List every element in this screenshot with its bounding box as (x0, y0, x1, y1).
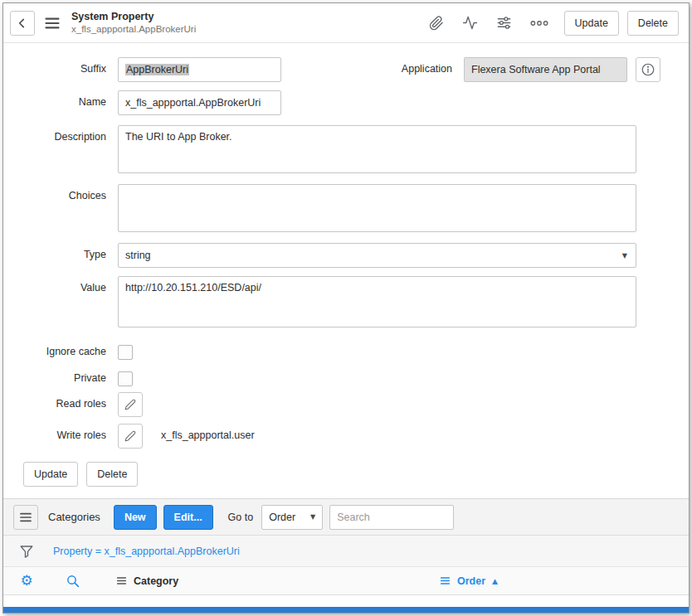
read-roles-edit-button[interactable] (118, 392, 143, 417)
list-body-empty (3, 595, 689, 607)
filter-button[interactable] (17, 541, 37, 561)
write-roles-row: Write roles x_fls_appportal.user (10, 424, 689, 449)
record-title-block: System Property x_fls_appportal.AppBroke… (71, 11, 196, 36)
search-icon (66, 574, 80, 589)
write-roles-edit-button[interactable] (118, 424, 143, 449)
related-list-header: Categories New Edit... Go to Order ▼ (3, 499, 689, 536)
funnel-icon (19, 544, 34, 559)
application-field: Flexera Software App Portal (464, 57, 627, 82)
column-label-order: Order (457, 575, 485, 587)
value-row: Value http://10.20.151.210/ESD/api/ (10, 276, 689, 327)
pencil-icon (124, 399, 136, 410)
form-delete-button[interactable]: Delete (86, 462, 138, 487)
description-label: Description (10, 125, 106, 173)
app-window: System Property x_fls_appportal.AppBroke… (2, 2, 690, 614)
application-value: Flexera Software App Portal (471, 64, 601, 75)
list-personalize-button[interactable]: ⚙ (3, 574, 50, 588)
form-button-bar: Update Delete (23, 462, 689, 487)
column-label-category: Category (134, 575, 178, 587)
write-roles-value: x_fls_appportal.user (161, 424, 255, 449)
column-menu-icon (116, 575, 127, 586)
type-row: Type string ▼ (10, 243, 689, 268)
gear-icon: ⚙ (20, 574, 32, 588)
filter-breadcrumb-link[interactable]: Property = x_fls_appportal.AppBrokerUri (53, 546, 240, 557)
choices-row: Choices (10, 184, 689, 232)
ignore-cache-label: Ignore cache (10, 340, 106, 360)
column-header-category[interactable]: Category (116, 575, 440, 587)
private-row: Private (10, 366, 689, 386)
suffix-selected-text: AppBrokerUri (125, 64, 189, 75)
dropdown-arrow-icon: ▼ (310, 513, 315, 521)
write-roles-label: Write roles (10, 424, 106, 449)
list-search-input[interactable] (329, 505, 454, 530)
application-info-button[interactable] (636, 57, 660, 82)
description-textarea[interactable]: The URI to App Broker. (118, 125, 636, 173)
attachment-button[interactable] (426, 13, 446, 33)
sliders-icon (496, 15, 512, 31)
value-label: Value (10, 276, 106, 327)
goto-select[interactable]: Order ▼ (261, 505, 323, 530)
name-label: Name (10, 90, 106, 115)
read-roles-label: Read roles (10, 392, 106, 417)
update-button[interactable]: Update (564, 11, 619, 36)
form-header: System Property x_fls_appportal.AppBroke… (3, 3, 689, 43)
ignore-cache-checkbox[interactable] (118, 345, 133, 360)
name-row: Name (10, 90, 689, 115)
name-input[interactable] (118, 90, 281, 115)
delete-button[interactable]: Delete (627, 11, 679, 36)
type-label: Type (10, 243, 106, 268)
info-icon (641, 62, 655, 77)
type-select[interactable]: string ▼ (118, 243, 636, 268)
form-context-menu-button[interactable] (41, 12, 63, 34)
column-menu-icon (440, 575, 451, 586)
chevron-left-icon (16, 17, 29, 30)
personalize-form-button[interactable] (494, 12, 514, 33)
read-roles-row: Read roles (10, 392, 689, 417)
form-update-button[interactable]: Update (23, 462, 78, 487)
suffix-label: Suffix (10, 57, 106, 82)
page-subtitle: x_fls_appportal.AppBrokerUri (71, 24, 196, 36)
choices-label: Choices (10, 184, 106, 232)
type-selected-value: string (125, 250, 622, 261)
record-form: Suffix AppBrokerUri Application Flexera … (3, 43, 689, 498)
list-horizontal-scrollbar[interactable] (3, 607, 689, 613)
page-title: System Property (71, 11, 196, 23)
goto-label: Go to (228, 512, 254, 523)
hamburger-icon (19, 511, 32, 524)
more-options-button[interactable] (528, 16, 551, 31)
activity-stream-button[interactable] (460, 12, 480, 33)
application-label: Application (402, 57, 452, 82)
hamburger-icon (44, 15, 61, 32)
list-search-toggle-button[interactable] (50, 574, 96, 589)
more-icon (530, 18, 548, 28)
ignore-cache-row: Ignore cache (10, 340, 689, 360)
column-header-order[interactable]: Order ▲ (440, 575, 689, 587)
paperclip-icon (429, 16, 444, 31)
pencil-icon (124, 430, 136, 442)
list-context-menu-button[interactable] (13, 505, 38, 530)
goto-selected-value: Order (269, 512, 310, 523)
choices-textarea[interactable] (118, 184, 636, 232)
suffix-row: Suffix AppBrokerUri Application Flexera … (10, 57, 689, 82)
new-button[interactable]: New (114, 505, 157, 530)
edit-button[interactable]: Edit... (163, 505, 213, 530)
related-list-title: Categories (48, 511, 100, 523)
sort-asc-icon: ▲ (492, 577, 498, 585)
suffix-input[interactable]: AppBrokerUri (118, 57, 281, 82)
description-row: Description The URI to App Broker. (10, 125, 689, 173)
related-list-categories: Categories New Edit... Go to Order ▼ Pro… (3, 498, 689, 613)
list-column-header-row: ⚙ Category Order ▲ (3, 567, 689, 595)
private-checkbox[interactable] (118, 371, 133, 386)
back-button[interactable] (10, 11, 35, 36)
private-label: Private (10, 366, 106, 386)
value-textarea[interactable]: http://10.20.151.210/ESD/api/ (118, 276, 636, 327)
dropdown-arrow-icon: ▼ (622, 252, 627, 259)
activity-icon (462, 15, 478, 31)
application-group: Application Flexera Software App Portal (402, 57, 660, 82)
filter-breadcrumb-row: Property = x_fls_appportal.AppBrokerUri (3, 536, 689, 567)
